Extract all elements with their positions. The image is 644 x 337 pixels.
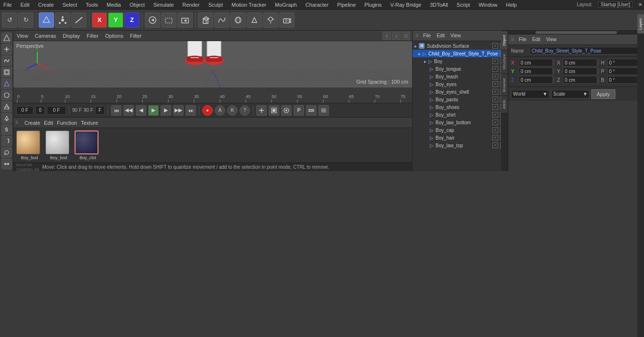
vp-menu-view[interactable]: View (15, 33, 30, 39)
viewport-icon-1[interactable]: ↕ (382, 32, 391, 40)
tree-item-leash[interactable]: ▷ Boy_leash ✓ 🔒 (413, 73, 508, 80)
left-tool-10[interactable] (1, 147, 12, 158)
render-region-button[interactable] (161, 12, 176, 28)
tree-check-3[interactable]: ✓ (492, 66, 498, 72)
props-view-menu[interactable]: View (545, 37, 558, 42)
right-tab-object[interactable]: Object (501, 31, 508, 50)
goto-start-button[interactable]: ⏮ (111, 105, 121, 116)
tree-check-4[interactable]: ✓ (492, 74, 498, 79)
props-edit-menu[interactable]: Edit (531, 37, 542, 42)
menu-3dtoall[interactable]: 3DToAll (428, 2, 449, 8)
x-axis-button[interactable]: X (92, 12, 107, 28)
tree-check-11[interactable]: ✓ (492, 127, 498, 133)
prev-frame-button[interactable]: ◀ (136, 105, 146, 116)
tree-check-12[interactable]: ✓ (492, 135, 498, 141)
y-scale-input[interactable] (563, 67, 597, 75)
tb-icon-2[interactable] (269, 105, 279, 116)
tree-item-eyes-shell[interactable]: ▷ Boy_eyes_shell ✓ 🔒 (413, 88, 508, 96)
tree-item-law-top[interactable]: ▷ Boy_law_top ✓ 🔒 (413, 141, 508, 149)
nurbs-button[interactable] (230, 12, 246, 28)
vp-menu-display[interactable]: Display (61, 33, 81, 39)
help-button[interactable]: ? (240, 105, 250, 116)
material-item-2[interactable]: Boy_bod (45, 130, 72, 160)
menu-media[interactable]: Media (105, 2, 122, 8)
tree-item-subdivision[interactable]: ▸ ⊞ Subdivision Surface ✓ 🔒 (413, 42, 508, 50)
left-tool-4[interactable] (1, 67, 12, 77)
tree-check-7[interactable]: ✓ (492, 97, 498, 102)
vp-menu-filter[interactable]: Options (104, 33, 125, 39)
material-item-3[interactable]: Boy_clot (75, 130, 101, 160)
menu-mograph[interactable]: MoGraph (273, 2, 298, 8)
menu-window[interactable]: Window (477, 2, 499, 8)
timeline-ruler[interactable]: 0 5 10 15 20 25 30 35 40 (13, 87, 412, 103)
far-right-tab-layers[interactable]: Layers (637, 31, 644, 33)
key-button[interactable]: K (227, 105, 238, 116)
tree-check-9[interactable]: ✓ (492, 112, 498, 118)
point-mode-button[interactable] (55, 12, 70, 28)
deformer-button[interactable] (247, 12, 262, 28)
spline-button[interactable] (214, 12, 229, 28)
prev-key-button[interactable]: ◀◀ (123, 105, 134, 116)
next-key-button[interactable]: ▶▶ (173, 105, 184, 116)
vp-menu-options[interactable]: Filter (85, 33, 99, 39)
tree-check-2[interactable]: ✓ (492, 58, 498, 64)
menu-edit[interactable]: Edit (19, 2, 31, 8)
play-button[interactable]: ▶ (148, 105, 159, 116)
tree-item-shirt[interactable]: ▷ Boy_shirt ✓ 🔒 (413, 111, 508, 119)
material-item-1[interactable]: Boy_bod (16, 130, 43, 160)
edge-mode-button[interactable] (71, 12, 87, 28)
world-dropdown[interactable]: World ▼ (511, 90, 549, 98)
menu-motion-tracker[interactable]: Motion Tracker (230, 2, 268, 8)
right-tab-browser[interactable]: Browser (501, 74, 508, 96)
viewport-icon-2[interactable]: ↓ (392, 32, 401, 40)
left-tool-7[interactable] (1, 101, 12, 112)
next-frame-button[interactable]: ▶ (161, 105, 171, 116)
left-tool-1[interactable] (1, 33, 12, 43)
viewport[interactable]: Z X Y Perspective Grid Spacing : 100 cm (13, 41, 412, 87)
record-button[interactable]: ● (202, 105, 213, 116)
name-input[interactable] (530, 47, 641, 54)
menu-sculpt[interactable]: Sculpt (207, 2, 225, 8)
menu-tools[interactable]: Tools (84, 2, 99, 8)
tree-item-eyes[interactable]: ▷ Boy_eyes ✓ 🔒 (413, 80, 508, 88)
tree-check-5[interactable]: ✓ (492, 81, 498, 87)
frame-step-input[interactable] (35, 106, 45, 115)
obj-view-menu[interactable]: View (449, 33, 462, 38)
menu-create[interactable]: Create (37, 2, 55, 8)
scrollbar-thumb[interactable] (535, 31, 617, 34)
scale-dropdown[interactable]: Scale ▼ (551, 90, 589, 98)
x-scale-input[interactable] (563, 59, 597, 66)
left-tool-s[interactable]: S (1, 124, 12, 135)
menu-plugins[interactable]: Plugins (363, 2, 383, 8)
tree-item-boy-root[interactable]: ▸ ▷ Child_Boy_Street_Style_T_Pose ✓ 🔒 (413, 50, 508, 57)
menu-object[interactable]: Object (128, 2, 146, 8)
vp-menu-cameras[interactable]: Cameras (33, 33, 58, 39)
tb-icon-p[interactable]: P (294, 105, 304, 116)
tree-item-pants[interactable]: ▷ Boy_pants ✓ 🔒 (413, 96, 508, 103)
menu-help[interactable]: Help (504, 2, 518, 8)
tree-check-0[interactable]: ✓ (492, 43, 498, 49)
right-tab-attrib[interactable]: Attrib (501, 96, 508, 113)
viewport-icon-3[interactable]: □ (402, 32, 410, 40)
menu-simulate[interactable]: Simulate (152, 2, 175, 8)
y-pos-input[interactable] (519, 67, 553, 75)
obj-edit-menu[interactable]: Edit (435, 33, 446, 38)
z-scale-input[interactable] (563, 76, 597, 84)
tree-check-13[interactable]: ✓ (492, 142, 498, 148)
frame-current-input[interactable] (47, 106, 66, 115)
z-pos-input[interactable] (519, 76, 553, 84)
menu-character[interactable]: Character (304, 2, 330, 8)
menu-vray-bridge[interactable]: V-Ray Bridge (389, 2, 423, 8)
light-button[interactable] (263, 12, 278, 28)
current-frame-input[interactable] (16, 106, 33, 115)
layout-close[interactable]: ✕ (638, 2, 642, 7)
y-axis-button[interactable]: Y (108, 12, 123, 28)
menu-select[interactable]: Select (61, 2, 79, 8)
fps-input[interactable] (95, 106, 105, 115)
layout-value[interactable]: Startup [User] (598, 1, 633, 8)
tree-check-8[interactable]: ✓ (492, 104, 498, 110)
mat-menu-texture[interactable]: Texture (81, 120, 98, 126)
obj-file-menu[interactable]: File (422, 33, 432, 38)
left-tool-8[interactable] (1, 113, 12, 123)
render-active-button[interactable] (177, 12, 193, 28)
